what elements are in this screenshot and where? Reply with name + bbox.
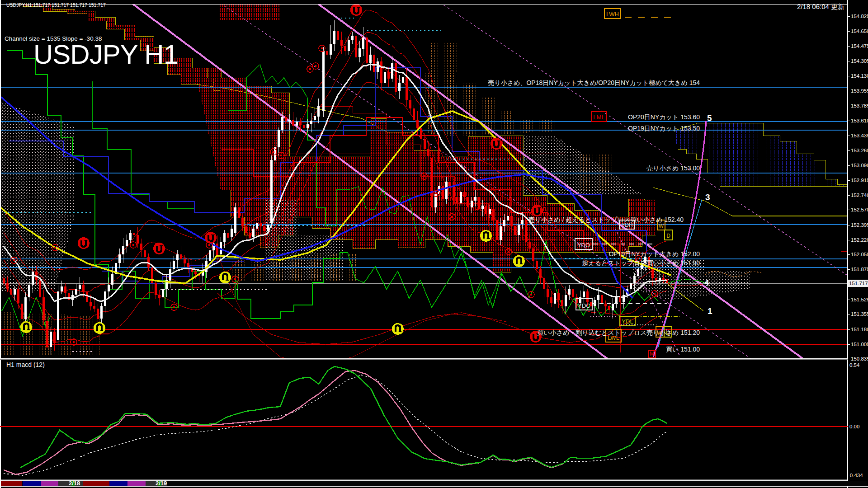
svg-text:D: D <box>666 233 670 239</box>
svg-text:152.220: 152.220 <box>851 237 868 243</box>
svg-text:4: 4 <box>704 278 709 287</box>
svg-text:買い 151.00: 買い 151.00 <box>666 346 700 353</box>
svg-text:153.090: 153.090 <box>851 163 868 168</box>
svg-text:151.875: 151.875 <box>851 267 868 272</box>
svg-text:151.355: 151.355 <box>851 311 868 317</box>
svg-text:153.260: 153.260 <box>851 148 868 153</box>
svg-text:LWH: LWH <box>606 11 619 18</box>
svg-text:152.740: 152.740 <box>851 192 868 198</box>
svg-text:154.475: 154.475 <box>851 43 868 49</box>
svg-text:USDJPY H1: USDJPY H1 <box>33 39 178 70</box>
svg-text:M: M <box>650 351 654 357</box>
svg-text:0.54: 0.54 <box>849 362 860 368</box>
svg-text:152.915: 152.915 <box>851 178 868 183</box>
svg-text:151.525: 151.525 <box>851 297 868 302</box>
svg-text:153.610: 153.610 <box>851 118 868 123</box>
svg-text:H1 macd (12): H1 macd (12) <box>6 361 45 368</box>
svg-text:153.785: 153.785 <box>851 103 868 108</box>
svg-text:OP20日NYカット 153.60: OP20日NYカット 153.60 <box>628 113 700 121</box>
svg-text:154.825: 154.825 <box>851 14 868 19</box>
svg-text:OP19日NYカット大きめ 152.00: OP19日NYカット大きめ 152.00 <box>609 250 700 258</box>
svg-text:151.180: 151.180 <box>851 327 868 332</box>
svg-text:152.570: 152.570 <box>851 207 868 212</box>
svg-text:3: 3 <box>705 192 710 202</box>
svg-text:超えるとストップロス買い小さめ 151.90: 超えるとストップロス買い小さめ 151.90 <box>582 259 700 267</box>
svg-text:1: 1 <box>708 306 712 316</box>
svg-text:LML: LML <box>593 114 604 121</box>
svg-text:154.305: 154.305 <box>851 58 868 64</box>
svg-text:USDJPY,H1 151.717 151.717 151: USDJPY,H1 151.717 151.717 151.717 151.71… <box>6 2 106 8</box>
svg-text:YDC: YDC <box>578 302 590 309</box>
svg-text:-0.434: -0.434 <box>848 473 863 478</box>
svg-text:154.130: 154.130 <box>851 73 868 79</box>
svg-text:買い小さめ・割り込むとストップロス売り小さめ 151.20: 買い小さめ・割り込むとストップロス売り小さめ 151.20 <box>537 329 700 336</box>
svg-text:売り小さめ 153.00: 売り小さめ 153.00 <box>646 164 700 172</box>
svg-text:売り小さめ、OP18日NYカット大きめ/OP20日NYカット: 売り小さめ、OP18日NYカット大きめ/OP20日NYカット極めて大きめ 154 <box>488 79 700 86</box>
svg-text:2/18: 2/18 <box>69 480 80 487</box>
svg-text:OP19日NYカット 153.50: OP19日NYカット 153.50 <box>628 125 700 132</box>
svg-text:5: 5 <box>707 113 712 123</box>
svg-text:YDO: YDO <box>577 242 590 249</box>
svg-text:151.005: 151.005 <box>851 342 868 347</box>
svg-text:0.00: 0.00 <box>849 424 859 429</box>
svg-text:2/19: 2/19 <box>156 480 167 487</box>
svg-text:YDL: YDL <box>622 318 633 325</box>
svg-text:153.955: 153.955 <box>851 88 868 94</box>
svg-text:売り小さめ / 超えるとストップロス買い小さめ 152.40: 売り小さめ / 超えるとストップロス買い小さめ 152.40 <box>528 216 684 223</box>
svg-text:152.395: 152.395 <box>851 222 868 228</box>
svg-text:154.650: 154.650 <box>851 28 868 34</box>
svg-text:151.717: 151.717 <box>849 281 868 286</box>
svg-text:2/18 06:04 更新: 2/18 06:04 更新 <box>797 3 844 10</box>
svg-text:152.050: 152.050 <box>851 252 868 257</box>
svg-text:150.835: 150.835 <box>851 356 868 361</box>
svg-text:W: W <box>659 223 664 229</box>
svg-text:153.435: 153.435 <box>851 133 868 138</box>
